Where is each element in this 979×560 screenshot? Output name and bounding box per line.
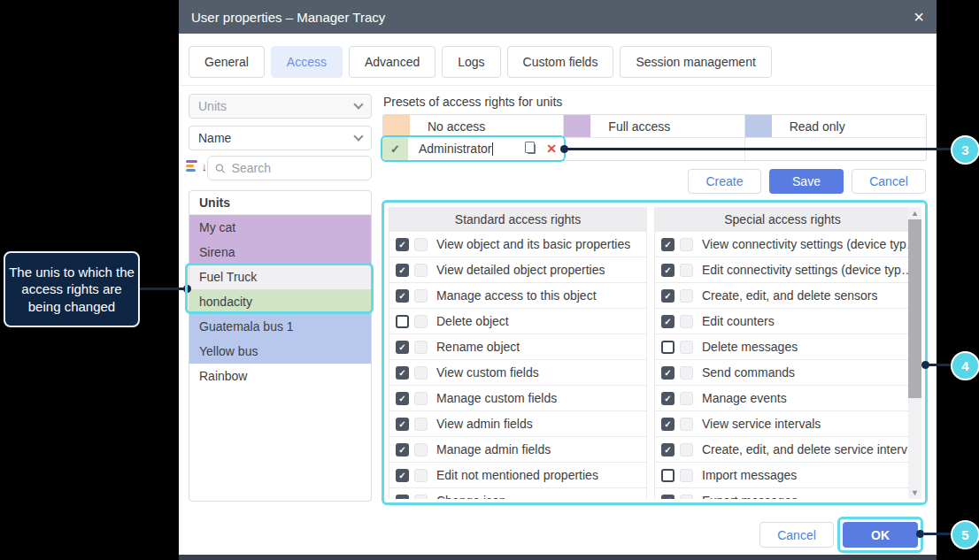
secondary-checkbox[interactable] [680,289,693,303]
secondary-checkbox[interactable] [414,238,428,251]
secondary-checkbox[interactable] [414,495,428,500]
access-right-row[interactable]: ✓View detailed object properties [389,257,646,283]
scrollbar-thumb[interactable] [908,219,921,398]
access-right-row[interactable]: ✓Send commands [655,360,910,386]
secondary-checkbox[interactable] [414,469,428,482]
checkbox-unchecked-icon[interactable] [661,341,675,354]
access-right-row[interactable]: ✓Export messages [655,488,910,499]
access-right-row[interactable]: ✓Edit not mentioned properties [389,463,646,488]
secondary-checkbox[interactable] [680,392,693,405]
secondary-checkbox[interactable] [414,341,428,354]
secondary-checkbox[interactable] [680,443,693,456]
scroll-up-icon[interactable]: ▲ [908,208,921,219]
checkbox-checked-icon[interactable]: ✓ [661,443,675,456]
secondary-checkbox[interactable] [680,315,693,328]
secondary-checkbox[interactable] [680,366,693,380]
secondary-checkbox[interactable] [414,315,428,328]
secondary-checkbox[interactable] [414,392,428,405]
checkbox-checked-icon[interactable]: ✓ [396,264,409,277]
checkbox-checked-icon[interactable]: ✓ [661,238,675,251]
secondary-checkbox[interactable] [680,495,693,500]
checkbox-checked-icon[interactable]: ✓ [661,392,675,405]
preset-name-editor[interactable]: ✓ Administrator ✕ [381,135,566,162]
ok-button[interactable]: OK [843,522,918,548]
tab-session-management[interactable]: Session management [620,46,771,78]
access-right-row[interactable]: ✓Rename object [389,334,646,360]
scroll-down-icon[interactable]: ▼ [908,487,921,498]
search-input[interactable] [232,161,364,175]
unit-item-sirena[interactable]: Sirena [189,240,371,265]
tab-general[interactable]: General [189,46,265,78]
secondary-checkbox[interactable] [414,443,428,456]
secondary-checkbox[interactable] [414,418,428,431]
secondary-checkbox[interactable] [680,418,693,431]
unit-search[interactable] [207,156,372,180]
tab-custom-fields[interactable]: Custom fields [507,46,614,78]
secondary-checkbox[interactable] [680,264,693,277]
checkbox-checked-icon[interactable]: ✓ [661,264,675,277]
access-right-row[interactable]: ✓View custom fields [389,360,646,386]
sort-order-icon[interactable]: ↓ [186,160,207,176]
access-right-row[interactable]: ✓Manage custom fields [389,386,646,411]
checkbox-checked-icon[interactable]: ✓ [661,366,675,380]
checkbox-checked-icon[interactable]: ✓ [661,418,675,431]
unit-item-yellow-bus[interactable]: Yellow bus [189,339,371,364]
checkbox-checked-icon[interactable]: ✓ [396,469,409,482]
secondary-checkbox[interactable] [680,238,693,251]
access-right-row[interactable]: Delete object [389,309,646,334]
unit-item-my-cat[interactable]: My cat [189,215,371,240]
delete-preset-icon[interactable]: ✕ [546,142,557,156]
checkbox-unchecked-icon[interactable] [396,315,409,328]
secondary-checkbox[interactable] [680,469,693,482]
access-right-row[interactable]: ✓Manage admin fields [389,437,646,463]
tab-logs[interactable]: Logs [442,46,500,78]
unit-item-rainbow[interactable]: Rainbow [189,364,371,388]
checkbox-checked-icon[interactable]: ✓ [396,366,409,380]
checkbox-checked-icon[interactable]: ✓ [396,443,409,456]
checkbox-checked-icon[interactable]: ✓ [396,418,409,431]
access-right-row[interactable]: ✓View object and its basic properties [389,232,646,257]
checkbox-checked-icon[interactable]: ✓ [396,238,409,251]
preset-option-read-only[interactable]: Read only [745,115,926,138]
secondary-checkbox[interactable] [414,289,428,303]
access-right-row[interactable]: ✓Create, edit, and delete service interv… [655,437,910,463]
preset-cancel-button[interactable]: Cancel [852,169,926,194]
save-button[interactable]: Save [769,169,844,194]
name-sort-dropdown[interactable]: Name [189,126,372,150]
units-type-dropdown[interactable]: Units [189,94,372,119]
copy-icon[interactable] [528,144,536,154]
access-right-row[interactable]: Delete messages [655,334,910,360]
search-icon [215,163,226,174]
checkbox-checked-icon[interactable]: ✓ [661,289,675,303]
cancel-button[interactable]: Cancel [759,522,834,548]
access-right-row[interactable]: Import messages [655,463,910,488]
checkbox-checked-icon[interactable]: ✓ [396,392,409,405]
access-right-row[interactable]: ✓View connectivity settings (device typ… [655,232,910,257]
access-right-row[interactable]: ✓Edit connectivity settings (device typ… [655,257,910,283]
secondary-checkbox[interactable] [414,366,428,380]
checkbox-checked-icon[interactable]: ✓ [396,495,409,500]
tab-access[interactable]: Access [271,46,343,78]
rights-scrollbar[interactable]: ▲ ▼ [908,207,921,499]
unit-item-guatemala-bus-1[interactable]: Guatemala bus 1 [189,314,371,339]
preset-name-input[interactable]: Administrator [419,142,491,156]
access-right-row[interactable]: ✓View admin fields [389,411,646,437]
tab-advanced[interactable]: Advanced [349,46,436,78]
access-right-row[interactable]: ✓Create, edit, and delete sensors [655,283,910,309]
checkbox-checked-icon[interactable]: ✓ [396,289,409,303]
checkbox-checked-icon[interactable]: ✓ [396,341,409,354]
secondary-checkbox[interactable] [680,341,693,354]
text-cursor [492,142,493,156]
access-right-row[interactable]: ✓Edit counters [655,309,910,334]
checkbox-checked-icon[interactable]: ✓ [661,315,675,328]
create-button[interactable]: Create [688,169,761,194]
preset-option-full-access[interactable]: Full access [564,115,744,138]
close-icon[interactable]: × [913,8,924,26]
access-right-row[interactable]: ✓View service intervals [655,411,910,437]
access-right-row[interactable]: ✓Change icon [389,488,646,499]
checkbox-checked-icon[interactable]: ✓ [661,495,675,500]
checkbox-unchecked-icon[interactable] [661,469,675,482]
secondary-checkbox[interactable] [414,264,428,277]
access-right-row[interactable]: ✓Manage events [655,386,910,411]
access-right-row[interactable]: ✓Manage access to this object [389,283,646,309]
